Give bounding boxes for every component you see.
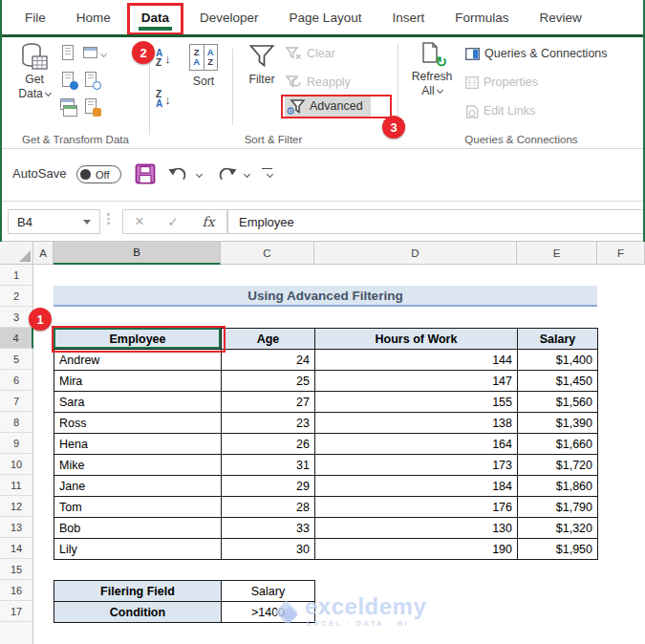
row-number[interactable]: 11 xyxy=(0,475,33,496)
cell-employee[interactable]: Mira xyxy=(54,371,222,392)
cell-hours[interactable]: 130 xyxy=(315,518,518,539)
tab-review[interactable]: Review xyxy=(526,0,594,34)
cell-hours[interactable]: 164 xyxy=(315,434,518,455)
cell-hours[interactable]: 173 xyxy=(315,455,518,476)
cell-salary[interactable]: $1,400 xyxy=(518,350,598,371)
tab-data[interactable]: Data xyxy=(128,0,183,34)
cell-salary[interactable]: $1,560 xyxy=(518,392,598,413)
row-number[interactable]: 6 xyxy=(0,370,33,391)
cell-hours[interactable]: 138 xyxy=(315,413,518,434)
tab-file[interactable]: File xyxy=(11,0,59,34)
from-database-icon[interactable] xyxy=(83,98,100,116)
cell-age[interactable]: 25 xyxy=(222,371,315,392)
row-number[interactable]: 2 xyxy=(0,286,33,307)
row-number[interactable]: 8 xyxy=(0,412,33,433)
tab-home[interactable]: Home xyxy=(63,0,124,34)
cell-hours[interactable]: 147 xyxy=(315,371,518,392)
sort-button[interactable]: ZA AZ Sort xyxy=(182,44,226,89)
row-number[interactable]: 5 xyxy=(0,349,33,370)
cell-employee[interactable]: Ross xyxy=(54,413,222,434)
cell-salary[interactable]: $1,390 xyxy=(518,413,598,434)
get-data-button[interactable]: Get Data xyxy=(10,42,59,101)
tab-formulas[interactable]: Formulas xyxy=(441,0,522,34)
cell-salary[interactable]: $1,790 xyxy=(518,497,598,518)
column-header[interactable]: B xyxy=(54,242,221,265)
cell-employee[interactable]: Jane xyxy=(54,476,222,497)
cell-age[interactable]: 30 xyxy=(222,539,315,560)
row-number[interactable]: 13 xyxy=(0,517,33,538)
name-box-dropdown-icon[interactable] xyxy=(83,220,91,225)
cell-age[interactable]: 28 xyxy=(222,497,315,518)
criteria-label-cell[interactable]: Condition xyxy=(54,602,222,623)
sort-ascending-button[interactable]: AZ↓ xyxy=(156,49,171,68)
cell-employee[interactable]: Tom xyxy=(54,497,222,518)
cell-hours[interactable]: 155 xyxy=(315,392,518,413)
row-number[interactable]: 14 xyxy=(0,538,33,559)
undo-button[interactable] xyxy=(168,166,189,182)
column-header[interactable]: D xyxy=(314,242,517,265)
cell-hours[interactable]: 176 xyxy=(315,497,518,518)
criteria-value-cell[interactable]: Salary xyxy=(222,581,315,602)
customize-qat-chevron[interactable] xyxy=(267,171,273,178)
customize-qat-button[interactable] xyxy=(262,168,272,169)
row-number[interactable]: 1 xyxy=(0,265,33,286)
refresh-all-button[interactable]: ↻ Refresh All xyxy=(405,42,459,98)
tab-developer[interactable]: Developer xyxy=(186,0,272,34)
filter-button[interactable]: Filter xyxy=(241,44,283,87)
worksheet-title-cell[interactable]: Using Advanced Filtering xyxy=(54,286,597,307)
redo-dropdown-chevron[interactable] xyxy=(244,171,250,178)
queries-connections-button[interactable]: Queries & Connections xyxy=(465,47,608,61)
cell-age[interactable]: 29 xyxy=(222,476,315,497)
cell-employee[interactable]: Hena xyxy=(54,434,222,455)
recent-sources-icon[interactable] xyxy=(83,72,100,89)
criteria-value-cell[interactable]: >1400 xyxy=(222,602,315,623)
from-text-icon[interactable] xyxy=(60,45,77,62)
column-header[interactable]: A xyxy=(33,242,54,265)
cell-age[interactable]: 31 xyxy=(222,455,315,476)
column-header[interactable]: F xyxy=(597,242,645,265)
tab-page-layout[interactable]: Page Layout xyxy=(276,0,376,34)
row-number[interactable]: 16 xyxy=(0,580,33,601)
cell-salary[interactable]: $1,720 xyxy=(518,455,598,476)
row-number-partial[interactable] xyxy=(0,622,33,644)
cell-hours[interactable]: 144 xyxy=(315,350,518,371)
header-cell-salary[interactable]: Salary xyxy=(518,329,598,350)
autosave-toggle[interactable]: Off xyxy=(76,165,121,183)
cell-salary[interactable]: $1,860 xyxy=(518,476,598,497)
tab-insert[interactable]: Insert xyxy=(378,0,438,34)
row-number[interactable]: 15 xyxy=(0,559,33,580)
header-cell-age[interactable]: Age xyxy=(222,329,315,350)
redo-button[interactable] xyxy=(216,166,237,182)
row-number[interactable]: 7 xyxy=(0,391,33,412)
save-button[interactable] xyxy=(135,163,156,184)
cell-salary[interactable]: $1,660 xyxy=(518,434,598,455)
cell-age[interactable]: 23 xyxy=(222,413,315,434)
select-all-button[interactable] xyxy=(0,242,33,265)
insert-function-icon[interactable]: fx xyxy=(203,214,215,229)
cell-age[interactable]: 33 xyxy=(222,518,315,539)
cell-age[interactable]: 27 xyxy=(222,392,315,413)
cell-salary[interactable]: $1,950 xyxy=(518,539,598,560)
cell-salary[interactable]: $1,450 xyxy=(518,371,598,392)
row-number[interactable]: 10 xyxy=(0,454,33,475)
criteria-label-cell[interactable]: Filering Field xyxy=(54,581,222,602)
undo-dropdown-chevron[interactable] xyxy=(196,171,203,178)
existing-connections-icon[interactable] xyxy=(60,98,77,116)
sort-descending-button[interactable]: ZA↓ xyxy=(156,90,171,109)
row-number[interactable]: 17 xyxy=(0,601,33,622)
cell-hours[interactable]: 184 xyxy=(315,476,518,497)
cell-employee[interactable]: Bob xyxy=(54,518,222,539)
from-web-icon[interactable] xyxy=(60,72,77,89)
cell-age[interactable]: 26 xyxy=(222,434,315,455)
formula-input[interactable]: Employee xyxy=(227,209,645,234)
cell-age[interactable]: 24 xyxy=(222,350,315,371)
name-box[interactable]: B4 xyxy=(8,209,100,234)
column-header[interactable]: C xyxy=(221,242,314,265)
row-number[interactable]: 9 xyxy=(0,433,33,454)
cell-employee[interactable]: Lily xyxy=(54,539,222,560)
row-number[interactable]: 4 xyxy=(0,328,33,349)
from-table-camera-icon[interactable] xyxy=(83,45,100,62)
cell-employee[interactable]: Sara xyxy=(54,392,222,413)
cell-employee[interactable]: Mike xyxy=(54,455,222,476)
header-cell-hours[interactable]: Hours of Work xyxy=(315,329,518,350)
